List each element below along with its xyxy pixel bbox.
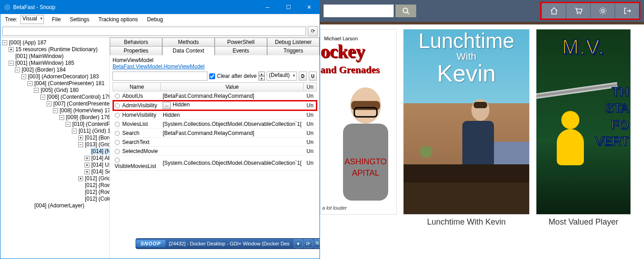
tree-toggle-icon[interactable]: − bbox=[47, 101, 52, 106]
tree-toggle-icon[interactable]: − bbox=[40, 95, 45, 100]
tree-toggle-icon[interactable]: + bbox=[78, 135, 83, 140]
tree-node[interactable]: −[009] (Border) 176−[010] (ContentPresen… bbox=[59, 114, 108, 202]
tree-node[interactable]: −[002] (Border) 184−[003] (AdornerDecora… bbox=[15, 67, 108, 209]
row-radio[interactable] bbox=[115, 94, 120, 99]
tree-node-label[interactable]: [010] (ContentPresenter) 175 bbox=[71, 121, 110, 127]
d-button[interactable]: D bbox=[299, 72, 307, 81]
tree-node-label[interactable]: [012] (Grid) 111 bbox=[84, 175, 110, 182]
tree-mode-select[interactable]: Visual bbox=[20, 15, 44, 24]
tree-toggle-icon[interactable]: + bbox=[9, 47, 14, 52]
tree-node-label[interactable]: [006] (ContentControl) 179 bbox=[46, 94, 110, 100]
default-combo[interactable]: (Default) bbox=[267, 72, 297, 81]
tree-toggle-icon[interactable]: − bbox=[2, 40, 7, 45]
visual-tree[interactable]: −[000] (App) 187+15 resources (Runtime D… bbox=[0, 38, 110, 259]
cart-button[interactable] bbox=[566, 3, 590, 19]
tab-methods[interactable]: Methods bbox=[162, 38, 215, 46]
tree-node-label[interactable]: [011] (Grid) 174 bbox=[78, 128, 110, 134]
close-button[interactable]: ✕ bbox=[299, 0, 320, 14]
prop-value[interactable]: [System.Collections.ObjectModel.Observab… bbox=[163, 160, 301, 166]
tree-node[interactable]: +[014] Username bbox=[85, 162, 108, 168]
tree-node-label[interactable]: [009] (Border) 176 bbox=[65, 114, 110, 120]
tree-node[interactable]: −[007] (ContentPresenter) 178−[008] (Hom… bbox=[47, 101, 108, 202]
tree-toggle-icon[interactable]: − bbox=[72, 129, 77, 134]
snoopbar-icon[interactable]: ⟳ bbox=[304, 239, 313, 248]
tree-node[interactable]: [014] (NavigationBar) bbox=[85, 148, 108, 155]
tab-triggers[interactable]: Triggers bbox=[267, 46, 320, 55]
tree-node[interactable]: −[004] (ContentPresenter) 181−[005] (Gri… bbox=[28, 80, 108, 202]
home-button[interactable] bbox=[541, 3, 566, 19]
maximize-button[interactable]: ☐ bbox=[278, 0, 299, 14]
prop-value[interactable]: Hidden bbox=[163, 112, 180, 118]
settings-button[interactable] bbox=[590, 3, 615, 19]
prop-value[interactable]: Hidden bbox=[173, 101, 190, 108]
tree-node-label[interactable]: 15 resources (Runtime Dictionary) bbox=[14, 46, 99, 53]
tree-node[interactable]: −[010] (ContentPresenter) 175−[011] (Gri… bbox=[66, 121, 108, 202]
tree-node[interactable]: −[008] (HomeView) 177−[009] (Border) 176… bbox=[53, 107, 108, 202]
filter-input[interactable] bbox=[2, 27, 306, 36]
movie-card[interactable]: M.V. TH STA FO VERT Most Valued Player bbox=[536, 29, 631, 259]
tree-node[interactable]: +15 resources (Runtime Dictionary) bbox=[9, 46, 108, 53]
search-button[interactable] bbox=[395, 5, 416, 17]
tree-node-label[interactable]: [013] (Grid) 11 bbox=[84, 141, 110, 148]
tree-node-label[interactable]: [014] Search bbox=[90, 168, 110, 175]
tree-node[interactable]: [012] (RowDefinition) bbox=[78, 189, 108, 196]
logout-button[interactable] bbox=[615, 3, 639, 19]
search-input[interactable] bbox=[324, 5, 394, 17]
tree-node-label[interactable]: [004] (ContentPresenter) 181 bbox=[33, 80, 105, 86]
tree-node[interactable]: +[014] AboutUs bbox=[85, 155, 108, 162]
tree-toggle-icon[interactable]: + bbox=[85, 169, 89, 174]
prop-value[interactable]: [BetaFast.Command.RelayCommand] bbox=[163, 130, 254, 136]
tree-node-label[interactable]: [000] (App) 187 bbox=[8, 39, 47, 46]
tab-events[interactable]: Events bbox=[215, 46, 267, 55]
tree-toggle-icon[interactable]: − bbox=[34, 88, 39, 93]
dc-filter-input[interactable] bbox=[113, 72, 207, 81]
tree-node-label[interactable]: [012] (RowDefinition) bbox=[84, 189, 110, 195]
movie-card[interactable]: Michael Larson ockey and Grenades ASHING… bbox=[320, 29, 397, 259]
snoopbar-icon[interactable]: ▾ bbox=[294, 239, 303, 248]
tree-node-label[interactable]: [002] (Border) 184 bbox=[21, 67, 66, 73]
tree-node[interactable]: [012] (RowDefinition) bbox=[78, 182, 108, 189]
tree-node[interactable]: −[013] (Grid) 11[014] (NavigationBar)+[0… bbox=[78, 141, 108, 175]
col-name[interactable]: Name bbox=[113, 83, 161, 91]
tree-toggle-icon[interactable]: − bbox=[15, 67, 20, 72]
row-radio[interactable] bbox=[115, 149, 120, 154]
tree-toggle-icon[interactable]: + bbox=[78, 176, 83, 181]
row-radio[interactable] bbox=[115, 131, 120, 136]
tree-node[interactable]: −[001] (MainWindow) 185−[002] (Border) 1… bbox=[9, 60, 108, 209]
row-radio[interactable] bbox=[115, 158, 120, 163]
tree-toggle-icon[interactable]: − bbox=[9, 61, 14, 66]
row-radio[interactable] bbox=[115, 140, 120, 145]
tree-node[interactable]: [001] (MainWindow) bbox=[9, 53, 108, 60]
tree-node-label[interactable]: [012] (Border) 5 bbox=[84, 134, 110, 141]
movie-card[interactable]: Lunchtime With Kevin Lunchtime With Kevi… bbox=[403, 29, 530, 259]
tree-node-label[interactable]: [012] (RowDefinition) bbox=[84, 182, 110, 188]
delve-spinner[interactable]: ▴▾ bbox=[259, 72, 265, 81]
tree-node-label[interactable]: [014] Username bbox=[90, 162, 110, 168]
tree-node-label[interactable]: [001] (MainWindow) 185 bbox=[14, 60, 75, 66]
property-row[interactable]: HomeVisibilityHiddenUn bbox=[113, 110, 317, 120]
property-row[interactable]: AboutUs[BetaFast.Command.RelayCommand]Un bbox=[113, 91, 317, 101]
property-row[interactable]: SearchTextUn bbox=[113, 138, 317, 147]
tree-node[interactable]: −[000] (App) 187+15 resources (Runtime D… bbox=[2, 39, 108, 209]
tree-toggle-icon[interactable]: − bbox=[53, 108, 58, 113]
menu-debug[interactable]: Debug bbox=[142, 15, 167, 24]
property-row[interactable]: SelectedMovieUn bbox=[113, 147, 317, 156]
tree-node[interactable]: −[011] (Grid) 174+[012] (Border) 5−[013]… bbox=[72, 128, 108, 202]
dc-type-link[interactable]: BetaFast.ViewModel.HomeViewModel bbox=[113, 63, 317, 70]
tab-debuglistener[interactable]: Debug Listener bbox=[267, 38, 320, 46]
tree-node[interactable]: −[006] (ContentControl) 179−[007] (Conte… bbox=[40, 94, 108, 202]
movie-gallery[interactable]: Michael Larson ockey and Grenades ASHING… bbox=[320, 24, 644, 259]
tree-node-label[interactable]: [001] (MainWindow) bbox=[14, 53, 65, 59]
edit-dots-button[interactable]: ... bbox=[163, 102, 171, 109]
tree-node[interactable]: +[014] Search bbox=[85, 168, 108, 175]
tree-node-label[interactable]: [014] (NavigationBar) bbox=[90, 148, 110, 154]
tree-node-label[interactable]: [005] (Grid) 180 bbox=[40, 87, 80, 93]
tree-toggle-icon[interactable]: + bbox=[85, 156, 89, 161]
row-radio[interactable] bbox=[115, 103, 120, 108]
property-row[interactable]: AdminVisibility...HiddenUn bbox=[113, 101, 317, 110]
tree-node-label[interactable]: [007] (ContentPresenter) 178 bbox=[52, 101, 110, 107]
tree-node[interactable]: −[005] (Grid) 180−[006] (ContentControl)… bbox=[34, 87, 108, 202]
tree-node-label[interactable]: [014] AboutUs bbox=[90, 155, 110, 161]
prop-value[interactable]: [System.Collections.ObjectModel.Observab… bbox=[163, 121, 301, 127]
tab-datacontext[interactable]: Data Context bbox=[162, 46, 215, 55]
